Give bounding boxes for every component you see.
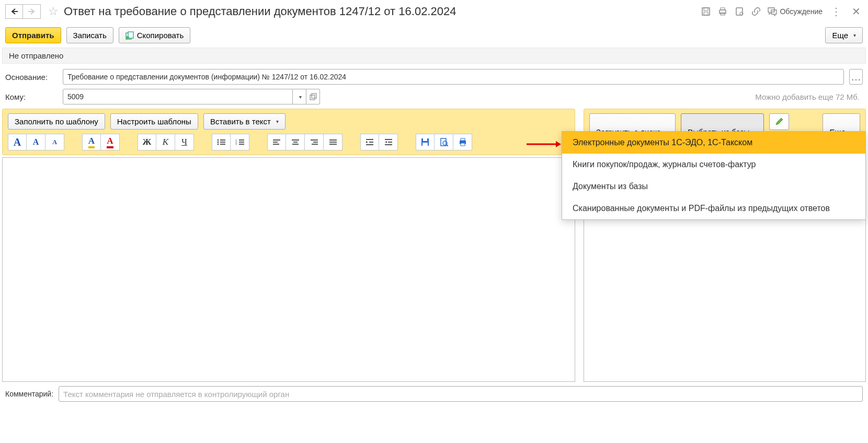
open-external-icon <box>310 93 317 100</box>
arrow-left-icon <box>10 8 18 15</box>
editor-print-button[interactable] <box>453 134 472 150</box>
attach-hint: Можно добавить еще 72 Мб. <box>755 92 863 101</box>
arrow-right-icon <box>28 8 36 15</box>
back-button[interactable] <box>5 4 23 19</box>
font-color-button[interactable]: A <box>101 134 120 150</box>
copy-label: Скопировать <box>137 31 184 40</box>
kebab-menu[interactable]: ⋮ <box>828 5 844 18</box>
report-icon[interactable] <box>734 6 745 17</box>
copy-button[interactable]: Скопировать <box>119 27 191 43</box>
print-icon[interactable] <box>717 6 728 17</box>
dropdown-item-books[interactable]: Книги покупок/продаж, журналы счетов-фак… <box>562 154 865 176</box>
close-button[interactable]: ✕ <box>850 5 863 18</box>
floppy-icon <box>421 138 429 146</box>
printer-icon <box>459 138 467 146</box>
insert-text-label: Вставить в текст <box>210 117 271 126</box>
chat-icon <box>767 7 778 16</box>
svg-rect-46 <box>423 138 427 141</box>
underline-button[interactable]: Ч <box>175 134 194 150</box>
caret-down-icon: ▾ <box>276 119 279 124</box>
svg-text:3: 3 <box>235 143 237 146</box>
select-from-base-dropdown: Электронные документы 1С-ЭДО, 1С-Такском… <box>562 131 866 220</box>
more-button-top[interactable]: Еще▾ <box>825 27 863 43</box>
save-file-icon[interactable] <box>700 6 712 17</box>
basis-label: Основание: <box>5 73 58 81</box>
number-list-icon: 123 <box>235 138 245 146</box>
insert-text-button[interactable]: Вставить в текст▾ <box>203 113 285 130</box>
link-icon[interactable] <box>750 6 762 17</box>
status-bar: Не отправлено <box>2 48 866 64</box>
caret-down-icon: ▾ <box>853 32 856 38</box>
discussion-label: Обсуждение <box>780 7 823 16</box>
italic-button[interactable]: К <box>156 134 175 150</box>
align-right-button[interactable] <box>305 134 324 150</box>
indent-decrease-button[interactable] <box>379 134 398 150</box>
save-button[interactable]: Записать <box>66 27 113 43</box>
bold-button[interactable]: Ж <box>138 134 156 150</box>
svg-rect-14 <box>312 94 316 98</box>
editor-save-button[interactable] <box>416 134 435 150</box>
align-right-icon <box>310 139 318 145</box>
basis-value: Требование о представлении документов (и… <box>67 73 346 81</box>
align-left-icon <box>272 139 281 145</box>
svg-line-50 <box>447 145 448 146</box>
svg-rect-4 <box>704 12 708 15</box>
svg-rect-52 <box>461 138 465 141</box>
send-button[interactable]: Отправить <box>5 27 61 43</box>
caret-down-icon: ▾ <box>299 94 302 100</box>
pencil-icon <box>775 118 783 126</box>
svg-point-15 <box>218 139 219 141</box>
align-center-icon <box>291 139 300 145</box>
to-open-button[interactable] <box>306 89 320 104</box>
favorite-icon[interactable]: ☆ <box>48 5 59 18</box>
svg-rect-47 <box>422 143 428 146</box>
comment-label: Комментарий: <box>5 390 53 398</box>
svg-rect-13 <box>310 95 315 100</box>
text-editor[interactable] <box>2 157 575 382</box>
fill-template-button[interactable]: Заполнить по шаблону <box>8 113 105 130</box>
svg-point-49 <box>443 141 447 145</box>
dropdown-item-scans[interactable]: Сканированные документы и PDF-файлы из п… <box>562 197 865 219</box>
svg-rect-53 <box>461 143 465 146</box>
to-input[interactable]: 5009 <box>63 89 293 104</box>
editor-preview-button[interactable] <box>435 134 453 150</box>
svg-point-19 <box>218 144 219 145</box>
more-label: Еще <box>832 31 848 40</box>
svg-point-17 <box>218 142 219 143</box>
to-label: Кому: <box>5 92 58 101</box>
bullet-list-icon <box>216 138 226 146</box>
to-value: 5009 <box>67 92 84 101</box>
configure-templates-button[interactable]: Настроить шаблоны <box>110 113 198 130</box>
number-list-button[interactable]: 123 <box>231 134 249 150</box>
svg-rect-8 <box>736 8 743 15</box>
edit-pencil-button[interactable] <box>769 113 789 130</box>
svg-rect-2 <box>702 8 710 15</box>
basis-input[interactable]: Требование о представлении документов (и… <box>63 69 844 85</box>
discussion-button[interactable]: Обсуждение <box>767 7 823 16</box>
svg-point-12 <box>126 36 129 39</box>
align-justify-icon <box>329 139 337 145</box>
highlight-color-button[interactable]: A <box>82 134 101 150</box>
basis-ellipsis-button[interactable]: … <box>849 69 863 85</box>
magnifier-page-icon <box>440 138 448 146</box>
font-medium-button[interactable]: A <box>27 134 45 150</box>
bullet-list-button[interactable] <box>212 134 231 150</box>
font-small-button[interactable]: A <box>45 134 64 150</box>
to-dropdown-button[interactable]: ▾ <box>293 89 306 104</box>
indent-increase-button[interactable] <box>360 134 379 150</box>
copy-icon <box>125 31 134 40</box>
align-justify-button[interactable] <box>324 134 342 150</box>
page-title: Ответ на требование о представлении доку… <box>64 5 700 18</box>
indent-increase-icon <box>366 138 374 146</box>
forward-button[interactable] <box>23 4 41 19</box>
align-center-button[interactable] <box>286 134 305 150</box>
dropdown-item-edo[interactable]: Электронные документы 1С-ЭДО, 1С-Такском <box>562 132 865 154</box>
font-large-button[interactable]: A <box>8 134 27 150</box>
align-left-button[interactable] <box>267 134 286 150</box>
indent-decrease-icon <box>384 138 393 146</box>
comment-input[interactable] <box>59 386 863 402</box>
dropdown-item-docs[interactable]: Документы из базы <box>562 176 865 197</box>
